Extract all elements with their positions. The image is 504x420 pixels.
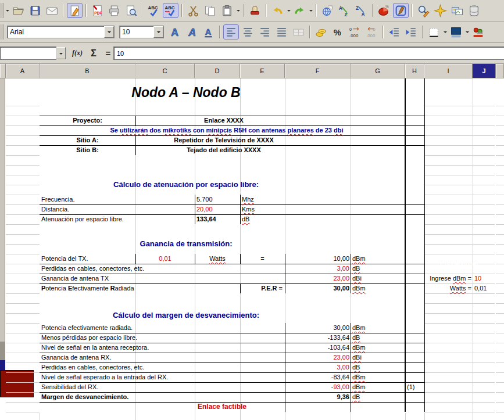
row-unit-cell[interactable]: dB xyxy=(352,333,399,343)
section-title[interactable]: Cálculo del margen de desvanecimiento: xyxy=(40,307,424,317)
insert-chart-button[interactable]: % xyxy=(376,3,392,18)
per-value-cell[interactable]: 30,00 xyxy=(285,283,349,293)
row-value-cell[interactable]: 9,36 xyxy=(285,392,349,402)
watts-result-label[interactable]: Watts = xyxy=(407,283,471,293)
row-label-cell[interactable]: Atenuación por espacio libre. xyxy=(41,214,192,224)
footnote-cell[interactable]: (1) xyxy=(407,382,423,392)
row-unit-cell[interactable]: Mhz xyxy=(242,195,288,204)
row-unit-cell[interactable]: dBm xyxy=(352,372,399,382)
row-label-cell[interactable]: Frecuencia. xyxy=(41,195,192,204)
row-value-cell[interactable]: 23,00 xyxy=(285,274,349,283)
copy-button[interactable] xyxy=(202,3,218,18)
decrease-indent-button[interactable] xyxy=(387,24,402,40)
gallery-button[interactable] xyxy=(449,3,465,18)
data-sources-button[interactable] xyxy=(466,3,482,18)
column-header-H[interactable]: H xyxy=(405,64,424,78)
column-header-B[interactable]: B xyxy=(40,64,135,78)
underline-button[interactable]: A xyxy=(201,24,216,40)
link-feasible-cell[interactable]: Enlace factible xyxy=(40,402,424,412)
font-name-combo[interactable]: Arial xyxy=(7,26,115,38)
row-value-cell[interactable]: 20,00 xyxy=(196,204,238,214)
equals-cell[interactable]: = xyxy=(240,254,285,264)
bold-button[interactable]: A xyxy=(167,24,183,40)
row-label-cell[interactable]: Potencia del TX. xyxy=(41,254,134,264)
navigator-button[interactable] xyxy=(432,3,448,18)
increase-indent-button[interactable] xyxy=(403,24,419,40)
undo-button[interactable] xyxy=(270,3,285,18)
row-label-cell[interactable]: Ganancia de antena RX. xyxy=(41,353,280,362)
row-unit-cell[interactable]: dBm xyxy=(352,254,399,264)
row-label-cell[interactable]: Perdidas en cables, conectores, etc. xyxy=(41,264,274,274)
font-size-dropdown-icon[interactable] xyxy=(153,26,163,38)
row-value-cell[interactable]: -133,64 xyxy=(285,333,349,343)
function-wizard-icon[interactable]: f(x) xyxy=(70,47,85,59)
italic-button[interactable]: A xyxy=(184,24,199,40)
column-header-A[interactable]: A xyxy=(6,64,40,78)
info-label-cell[interactable]: Proyecto: xyxy=(41,116,134,125)
page-preview-button[interactable] xyxy=(123,3,139,18)
column-header-D[interactable]: D xyxy=(195,64,240,78)
section-title[interactable]: Cálculo de atenuación por espacio libre: xyxy=(40,175,424,185)
row-label-cell[interactable]: Nivel de señal esperado a la entrada del… xyxy=(41,372,280,382)
row-label-cell[interactable]: Menos pérdidas por espacio libre. xyxy=(41,333,280,343)
draw-functions-button[interactable] xyxy=(393,3,409,18)
row-value-cell[interactable]: 3,00 xyxy=(285,362,349,372)
row-unit-cell[interactable]: dBm xyxy=(352,283,399,293)
edit-file-button[interactable] xyxy=(67,3,83,18)
tx-power-watts-cell[interactable]: 0,01 xyxy=(135,254,195,264)
info-value-cell[interactable]: Enlace XXXX xyxy=(135,116,424,125)
section-title[interactable]: Ganancia de transmisión: xyxy=(40,234,424,244)
watts-unit-cell[interactable]: Watts xyxy=(195,254,240,264)
merge-cells-button[interactable] xyxy=(291,24,306,40)
column-header-C[interactable]: C xyxy=(135,64,195,78)
dbm-input-value[interactable]: 10 xyxy=(474,274,495,283)
font-size-combo[interactable]: 10 xyxy=(119,26,164,38)
row-value-cell[interactable]: 23,00 xyxy=(285,353,349,362)
note-cell[interactable]: Se utilizarán dos mikrotiks con minipcis… xyxy=(40,125,424,135)
row-unit-cell[interactable]: dBm xyxy=(352,343,399,353)
open-button[interactable] xyxy=(10,3,26,18)
cut-button[interactable] xyxy=(185,3,201,18)
column-header-I[interactable]: I xyxy=(424,64,473,78)
row-value-cell[interactable]: -93,00 xyxy=(285,382,349,392)
currency-button[interactable] xyxy=(313,24,329,40)
email-button[interactable] xyxy=(44,3,60,18)
align-justify-button[interactable] xyxy=(274,24,289,40)
per-abbrev-cell[interactable]: P.E.R = xyxy=(240,283,283,293)
row-label-cell[interactable]: Sensibilidad del RX. xyxy=(41,382,280,392)
row-label-cell[interactable]: Margen de desvanecimiento. xyxy=(41,392,280,402)
row-unit-cell[interactable]: Kms xyxy=(242,204,288,214)
row-label-cell[interactable]: Ganancia de antena TX xyxy=(41,274,274,283)
paste-dropdown-icon[interactable] xyxy=(235,3,241,18)
row-value-cell[interactable]: -83,64 xyxy=(285,372,349,382)
align-right-button[interactable] xyxy=(257,24,273,40)
info-label-cell[interactable]: Sitio A: xyxy=(41,135,134,145)
save-button[interactable] xyxy=(27,3,43,18)
row-unit-cell[interactable]: dB xyxy=(242,214,288,224)
conversions-header-label[interactable]: Conversiones xyxy=(424,254,495,264)
per-label-cell[interactable]: Potencia Efectivamente Radiada xyxy=(41,283,233,293)
font-name-value[interactable]: Arial xyxy=(8,28,104,36)
name-box-dropdown-icon[interactable] xyxy=(56,47,66,59)
row-label-cell[interactable]: Distancia. xyxy=(41,204,192,214)
row-value-cell[interactable]: 30,00 xyxy=(285,323,349,333)
print-button[interactable] xyxy=(106,3,122,18)
sheet-title[interactable]: Nodo A – Nodo B xyxy=(40,82,405,92)
borders-button[interactable] xyxy=(426,24,442,40)
percent-button[interactable]: % xyxy=(330,24,346,40)
new-document-dropdown-icon[interactable] xyxy=(5,3,10,18)
row-value-cell[interactable]: -103,64 xyxy=(285,343,349,353)
row-unit-cell[interactable]: dB xyxy=(352,362,399,372)
borders-dropdown-icon[interactable] xyxy=(442,24,448,40)
add-decimal-button[interactable]: 0.000 xyxy=(347,24,363,40)
name-box[interactable] xyxy=(0,47,56,59)
sum-icon[interactable]: Σ xyxy=(86,47,101,59)
row-unit-cell[interactable]: dBi xyxy=(352,274,399,283)
font-size-value[interactable]: 10 xyxy=(120,28,153,36)
formula-input[interactable] xyxy=(114,47,504,59)
info-label-cell[interactable]: Sitio B: xyxy=(41,145,134,155)
font-name-dropdown-icon[interactable] xyxy=(104,26,114,38)
background-color-button[interactable] xyxy=(448,24,464,40)
spellcheck-button[interactable]: ABC xyxy=(146,3,162,18)
sort-ascending-button[interactable]: AZ xyxy=(337,3,352,18)
